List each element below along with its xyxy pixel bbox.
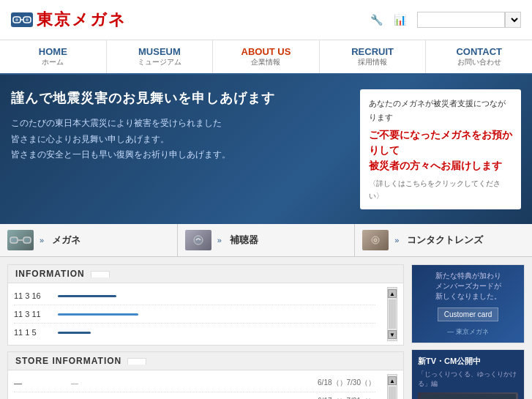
store-content: — — 6/18（）7/30（） — ≪ ≫ … 6/17（）7/31（） — … (8, 370, 403, 399)
cat-hearing-arrow: » (217, 236, 222, 245)
search-select[interactable] (505, 12, 521, 28)
member-badge-text: Customer card (444, 310, 492, 318)
info-bar-1 (58, 295, 116, 297)
store-dash-1: — (71, 379, 78, 387)
banner-right-title: あなたのメガネが被災者支援につながります (369, 97, 512, 124)
nav-recruit-ja: 採用情報 (323, 57, 422, 67)
logo-text: 東京メガネ (37, 9, 127, 31)
cat-hearing[interactable]: » 補聴器 (178, 224, 356, 256)
banner-title: 謹んで地震災害のお見舞いを申しあげます (11, 89, 349, 107)
banner-line3: 皆さまの安全と一日も早い復興をお祈り申しあげます。 (11, 149, 231, 160)
info-date-2: 11 3 11 (14, 310, 50, 318)
cat-contact[interactable]: » コンタクトレンズ (355, 224, 532, 256)
banner-right-highlight: ご不要になったメガネをお預かりして 被災者の方々へお届けします (369, 127, 512, 174)
store-scroll-up[interactable]: ▲ (388, 376, 397, 385)
svg-rect-11 (421, 394, 516, 399)
navigation: HOME ホーム MUSEUM ミュージアム ABOUT US 企業情報 REC… (0, 40, 532, 75)
store-item-1: — — 6/18（）7/30（） (14, 374, 375, 392)
info-bar-2 (58, 313, 138, 316)
tv-cm-title: 新TV・CM公開中 (418, 356, 518, 367)
member-card-badge: Customer card (438, 307, 499, 321)
nav-home[interactable]: HOME ホーム (0, 40, 107, 73)
store-scrollbar[interactable]: ▲ ▼ (387, 374, 397, 399)
banner: 謹んで地震災害のお見舞いを申しあげます このたびの東日本大震災により被害を受けら… (0, 75, 532, 224)
logo: 東京メガネ (11, 9, 127, 31)
store-section: STORE INFORMATION — — 6/18（）7/30（） — ≪ ≫… (7, 351, 404, 399)
svg-point-4 (26, 18, 29, 21)
cat-glasses-arrow: » (40, 236, 44, 245)
user-icon[interactable]: 🔧 (370, 14, 383, 26)
sidebar: 新たな特典が加わりメンバーズカードが新しくなりました。 Customer car… (411, 264, 525, 399)
banner-right[interactable]: あなたのメガネが被災者支援につながります ご不要になったメガネをお預かりして 被… (360, 89, 521, 209)
info-section: INFORMATION 11 3 16 11 3 11 (7, 264, 404, 346)
store-item-2: — ≪ ≫ … 6/17（）7/31（） (14, 392, 375, 399)
info-content: 11 3 16 11 3 11 11 1 5 (8, 283, 403, 345)
scroll-down-btn[interactable]: ▼ (388, 330, 397, 339)
nav-recruit-en: RECRUIT (323, 46, 422, 57)
scroll-track (389, 299, 396, 329)
svg-rect-5 (10, 237, 18, 243)
cat-contact-label: コンタクトレンズ (407, 234, 483, 247)
content-left: INFORMATION 11 3 16 11 3 11 (7, 264, 404, 399)
header-search (417, 12, 521, 28)
cat-hearing-thumb (185, 230, 211, 250)
header-icons: 🔧 📊 (370, 12, 521, 28)
nav-museum[interactable]: MUSEUM ミュージアム (107, 40, 214, 73)
header: 東京メガネ 🔧 📊 (0, 0, 532, 40)
banner-right-link[interactable]: 〈詳しくはこちらをクリックしてください〉 (369, 177, 512, 202)
nav-contact-en: CONTACT (430, 46, 528, 57)
info-header: INFORMATION (8, 265, 403, 283)
nav-home-ja: ホーム (4, 57, 102, 67)
tv-cm-card-inner: 新TV・CM公開中 「じっくりつくる、ゆっくりかける」編 東京メガネ (412, 350, 524, 399)
nav-recruit[interactable]: RECRUIT 採用情報 (320, 40, 427, 73)
nav-museum-ja: ミュージアム (110, 57, 209, 67)
info-bar-3 (58, 332, 91, 334)
cat-glasses-label: メガネ (52, 234, 80, 247)
info-tab[interactable] (91, 271, 110, 277)
nav-about-en: ABOUT US (217, 46, 315, 57)
svg-point-3 (15, 18, 18, 21)
banner-right-h2: 被災者の方々へお届けします (369, 160, 502, 171)
tv-cm-thumbnail: 東京メガネ (418, 392, 518, 399)
info-item-2: 11 3 11 (14, 305, 375, 324)
tv-cm-sub: 「じっくりつくる、ゆっくりかける」編 (418, 370, 518, 388)
search-input[interactable] (417, 12, 505, 28)
info-scrollbar[interactable]: ▲ ▼ (387, 287, 397, 341)
store-link-2[interactable]: ≪ ≫ … (71, 396, 108, 399)
nav-contact-ja: お問い合わせ (430, 57, 528, 67)
svg-point-8 (194, 236, 203, 245)
nav-museum-en: MUSEUM (110, 46, 209, 57)
store-tab[interactable] (127, 358, 146, 365)
member-card[interactable]: 新たな特典が加わりメンバーズカードが新しくなりました。 Customer car… (411, 264, 525, 343)
info-date-3: 11 1 5 (14, 328, 50, 337)
tv-cm-card[interactable]: 新TV・CM公開中 「じっくりつくる、ゆっくりかける」編 東京メガネ (411, 349, 525, 399)
nav-contact[interactable]: CONTACT お問い合わせ (426, 40, 532, 73)
nav-about-ja: 企業情報 (217, 57, 315, 67)
banner-left: 謹んで地震災害のお見舞いを申しあげます このたびの東日本大震災により被害を受けら… (11, 89, 349, 209)
chart-icon[interactable]: 📊 (394, 14, 406, 26)
member-card-title: 新たな特典が加わりメンバーズカードが新しくなりました。 (418, 271, 518, 302)
info-date-1: 11 3 16 (14, 291, 50, 300)
info-item-3: 11 1 5 (14, 324, 375, 341)
store-dates-1: 6/18（）7/30（） (318, 378, 375, 388)
member-card-inner: 新たな特典が加わりメンバーズカードが新しくなりました。 Customer car… (412, 265, 524, 343)
store-scroll-track (389, 387, 396, 399)
store-name-1: — (14, 379, 65, 387)
svg-rect-6 (23, 237, 31, 243)
nav-home-en: HOME (4, 46, 102, 57)
banner-line1: このたびの東日本大震災により被害を受けられました (11, 118, 222, 128)
svg-point-10 (374, 239, 377, 242)
cat-hearing-label: 補聴器 (230, 234, 258, 247)
member-card-sub: — 東京メガネ (418, 327, 518, 337)
banner-line2: 皆さまに心よりお見舞い申しあげます。 (11, 134, 169, 144)
cat-glasses-thumb (7, 230, 34, 250)
category-bar: » メガネ » 補聴器 » コンタクトレンズ (0, 224, 532, 257)
nav-about[interactable]: ABOUT US 企業情報 (213, 40, 320, 73)
main-content: INFORMATION 11 3 16 11 3 11 (0, 257, 532, 399)
cat-glasses[interactable]: » メガネ (0, 224, 178, 256)
info-item-1: 11 3 16 (14, 287, 375, 305)
store-header: STORE INFORMATION (8, 352, 403, 370)
scroll-up-btn[interactable]: ▲ (388, 289, 397, 298)
info-list: 11 3 16 11 3 11 11 1 5 (14, 287, 375, 341)
info-title: INFORMATION (15, 269, 85, 279)
